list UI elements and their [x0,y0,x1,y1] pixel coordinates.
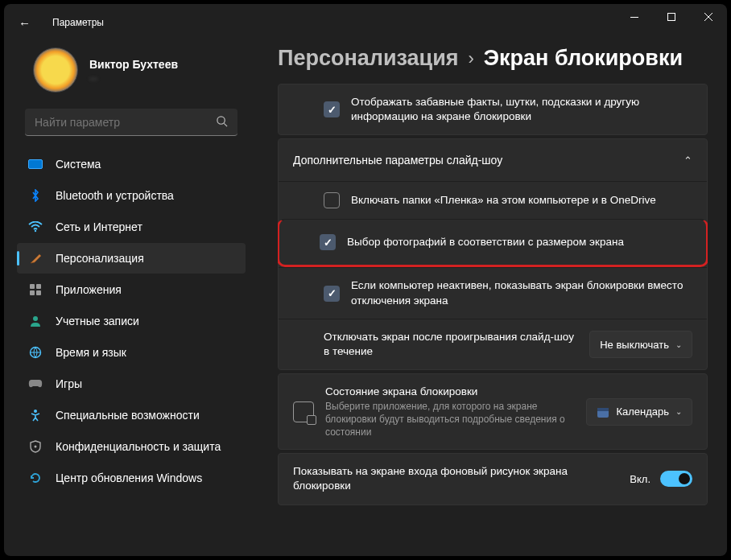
search-box[interactable] [25,109,237,136]
nav-privacy[interactable]: Конфиденциальность и защита [17,431,246,462]
row-turn-off-after: Отключать экран после проигрывания слайд… [279,319,707,369]
row-include-roll: Включать папки «Пленка» на этом компьюте… [279,181,707,219]
label-signin-bg: Показывать на экране входа фоновый рисун… [293,464,618,493]
window-title: Параметры [52,17,104,28]
nav-gaming[interactable]: Игры [17,369,246,399]
label-fit-screen: Выбор фотографий в соответствии с размер… [347,235,666,249]
svg-point-6 [35,230,36,232]
content-scroll: Отображать забавные факты, шутки, подска… [278,84,708,556]
panel-funfacts: Отображать забавные факты, шутки, подска… [278,84,708,135]
row-lock-status: Состояние экрана блокировки Выберите при… [279,374,707,449]
label-include-roll: Включать папки «Пленка» на этом компьюте… [351,193,692,208]
svg-point-14 [35,446,37,448]
nav-label: Система [56,158,101,171]
nav-list: Система Bluetooth и устройства Сеть и Ин… [14,149,249,493]
svg-rect-8 [36,284,41,289]
chevron-right-icon: › [469,48,474,69]
monitor-icon [28,157,43,171]
nav-label: Конфиденциальность и защита [56,440,221,453]
nav-accounts[interactable]: Учетные записи [17,306,246,336]
accessibility-icon [28,408,43,422]
calendar-icon [597,406,609,418]
checkbox-fun-facts[interactable] [324,101,340,117]
svg-point-4 [217,116,225,123]
panel-signin-bg: Показывать на экране входа фоновый рисун… [278,453,708,504]
nav-accessibility[interactable]: Специальные возможности [17,400,246,430]
svg-rect-1 [668,14,675,21]
select-value: Календарь [616,406,669,418]
select-lock-status-app[interactable]: Календарь ⌄ [586,398,692,426]
chevron-down-icon: ⌄ [675,340,682,349]
slideshow-header[interactable]: Дополнительные параметры слайд-шоу ⌃ [279,139,707,181]
svg-rect-7 [30,284,35,289]
breadcrumb: Персонализация › Экран блокировки [278,41,708,84]
bluetooth-icon [28,188,43,203]
nav-bluetooth[interactable]: Bluetooth и устройства [17,180,246,211]
nav-network[interactable]: Сеть и Интернет [17,212,246,242]
profile-email: ... [89,71,178,82]
nav-time[interactable]: Время и язык [17,337,246,368]
row-fun-facts: Отображать забавные факты, шутки, подска… [279,84,707,134]
label-lock-status: Состояние экрана блокировки Выберите при… [325,385,575,439]
update-icon [28,471,43,485]
row-fit-screen: Выбор фотографий в соответствии с размер… [278,219,708,267]
nav-update[interactable]: Центр обновления Windows [17,463,246,493]
slideshow-header-label: Дополнительные параметры слайд-шоу [293,154,502,167]
panel-slideshow: Дополнительные параметры слайд-шоу ⌃ Вкл… [278,138,708,370]
profile-name: Виктор Бухтеев [89,58,178,71]
search-input[interactable] [35,116,189,129]
sidebar: Виктор Бухтеев ... Система [4,41,258,556]
nav-label: Учетные записи [56,315,139,327]
chevron-down-icon: ⌄ [675,407,682,416]
user-icon [28,314,43,328]
avatar [33,47,78,93]
svg-line-5 [224,123,227,126]
label-when-inactive: Если компьютер неактивен, показывать экр… [351,278,692,307]
window-controls [616,4,727,30]
settings-window: ← Параметры Виктор Бухтеев ... [4,4,727,556]
nav-label: Персонализация [56,252,144,265]
svg-point-13 [34,410,37,413]
apps-icon [28,282,43,297]
nav-label: Приложения [56,283,122,296]
chevron-up-icon: ⌃ [684,154,692,167]
nav-system[interactable]: Система [17,149,246,179]
select-value: Не выключать [600,339,669,351]
search-icon [216,115,228,130]
nav-label: Сеть и Интернет [56,220,142,233]
toggle-state-label: Вкл. [630,473,650,485]
toggle-signin-bg[interactable] [660,471,692,487]
main-pane: Персонализация › Экран блокировки Отобра… [258,41,727,556]
wifi-icon [28,220,43,234]
nav-label: Центр обновления Windows [56,471,202,484]
nav-apps[interactable]: Приложения [17,274,246,305]
gamepad-icon [28,377,43,391]
nav-label: Игры [56,377,82,390]
select-turn-off-after[interactable]: Не выключать ⌄ [589,331,692,358]
globe-clock-icon [28,345,43,360]
shield-icon [28,439,43,454]
svg-rect-9 [30,290,35,295]
nav-label: Специальные возможности [56,409,200,422]
brush-icon [28,251,43,266]
checkbox-fit-screen[interactable] [320,234,336,250]
row-signin-bg: Показывать на экране входа фоновый рисун… [279,454,707,504]
back-button[interactable]: ← [19,16,41,30]
nav-personalization[interactable]: Персонализация [17,243,246,274]
svg-point-11 [33,316,38,321]
maximize-button[interactable] [653,4,690,30]
checkbox-when-inactive[interactable] [324,286,340,302]
lock-status-icon [293,401,314,422]
row-when-inactive: Если компьютер неактивен, показывать экр… [279,267,707,318]
breadcrumb-root[interactable]: Персонализация [278,46,459,71]
checkbox-include-roll[interactable] [324,192,340,208]
panel-lock-status: Состояние экрана блокировки Выберите при… [278,373,708,450]
close-button[interactable] [690,4,727,30]
nav-label: Время и язык [56,346,126,359]
svg-rect-16 [597,408,609,411]
nav-label: Bluetooth и устройства [56,189,174,202]
profile-block[interactable]: Виктор Бухтеев ... [14,41,249,104]
minimize-button[interactable] [616,4,653,30]
breadcrumb-current: Экран блокировки [484,46,683,71]
label-fun-facts: Отображать забавные факты, шутки, подска… [351,95,692,124]
